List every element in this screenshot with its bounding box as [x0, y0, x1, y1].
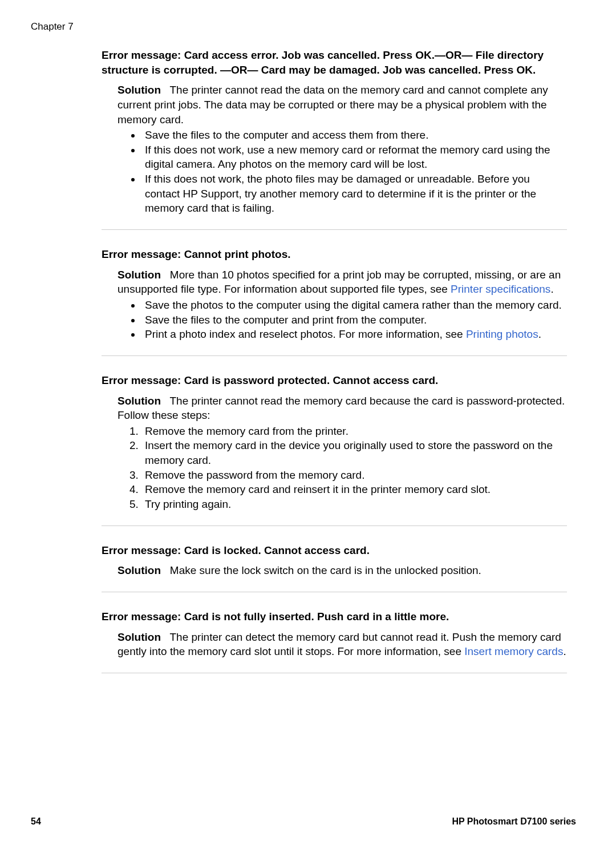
printing-photos-link[interactable]: Printing photos: [466, 328, 538, 340]
content-area: Error message: Card access error. Job wa…: [102, 48, 567, 690]
solution-text: The printer cannot read the data on the …: [117, 84, 548, 125]
error-section-card-locked: Error message: Card is locked. Cannot ac…: [102, 543, 567, 592]
list-item: Remove the memory card from the printer.: [141, 424, 567, 439]
list-item: Insert the memory card in the device you…: [141, 438, 567, 467]
solution-block: Solution Make sure the lock switch on th…: [102, 561, 567, 578]
bullet-list: Save the files to the computer and acces…: [117, 128, 567, 216]
error-heading: Error message: Card is password protecte…: [102, 373, 567, 388]
page-number: 54: [31, 815, 41, 828]
solution-text-post: .: [563, 645, 566, 657]
solution-text: The printer cannot read the memory card …: [117, 395, 565, 422]
error-section-card-access: Error message: Card access error. Job wa…: [102, 48, 567, 230]
list-item: Save the files to the computer and print…: [141, 313, 567, 328]
error-section-password-protected: Error message: Card is password protecte…: [102, 373, 567, 526]
solution-label: Solution: [117, 395, 161, 407]
solution-label: Solution: [117, 269, 161, 281]
solution-paragraph: Solution Make sure the lock switch on th…: [117, 563, 567, 578]
solution-block: Solution The printer cannot read the mem…: [102, 391, 567, 512]
list-item: Save the photos to the computer using th…: [141, 298, 567, 313]
error-heading: Error message: Card is not fully inserte…: [102, 609, 567, 624]
solution-text-post: .: [550, 283, 553, 295]
list-item: Save the files to the computer and acces…: [141, 128, 567, 143]
solution-label: Solution: [117, 631, 161, 643]
error-heading: Error message: Cannot print photos.: [102, 247, 567, 262]
list-item-pre: Print a photo index and reselect photos.…: [145, 328, 466, 340]
bullet-list: Save the photos to the computer using th…: [117, 298, 567, 342]
list-item: Try printing again.: [141, 497, 567, 512]
error-heading: Error message: Card access error. Job wa…: [102, 48, 567, 77]
solution-label: Solution: [117, 84, 161, 96]
list-item: If this does not work, the photo files m…: [141, 172, 567, 216]
error-section-not-inserted: Error message: Card is not fully inserte…: [102, 609, 567, 673]
chapter-label: Chapter 7: [31, 21, 74, 34]
solution-block: Solution The printer can detect the memo…: [102, 628, 567, 659]
insert-memory-cards-link[interactable]: Insert memory cards: [464, 645, 563, 657]
solution-paragraph: Solution The printer cannot read the dat…: [117, 83, 567, 127]
solution-paragraph: Solution The printer cannot read the mem…: [117, 394, 567, 423]
solution-label: Solution: [117, 564, 161, 576]
list-item: Print a photo index and reselect photos.…: [141, 327, 567, 342]
error-section-cannot-print: Error message: Cannot print photos. Solu…: [102, 247, 567, 356]
list-item: Remove the memory card and reinsert it i…: [141, 482, 567, 497]
solution-block: Solution More than 10 photos specified f…: [102, 265, 567, 342]
error-heading: Error message: Card is locked. Cannot ac…: [102, 543, 567, 558]
numbered-list: Remove the memory card from the printer.…: [117, 424, 567, 512]
solution-paragraph: Solution More than 10 photos specified f…: [117, 268, 567, 297]
list-item-post: .: [538, 328, 541, 340]
solution-text: Make sure the lock switch on the card is…: [170, 564, 481, 576]
footer-title: HP Photosmart D7100 series: [452, 815, 576, 828]
solution-block: Solution The printer cannot read the dat…: [102, 80, 567, 216]
printer-specs-link[interactable]: Printer specifications: [451, 283, 550, 295]
solution-paragraph: Solution The printer can detect the memo…: [117, 630, 567, 659]
list-item: If this does not work, use a new memory …: [141, 143, 567, 172]
list-item: Remove the password from the memory card…: [141, 468, 567, 483]
